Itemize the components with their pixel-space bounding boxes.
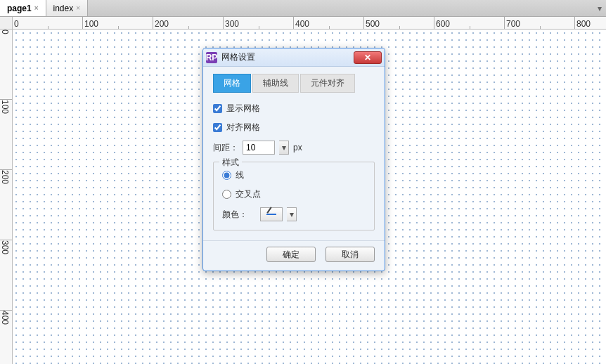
style-legend: 样式 [219, 157, 242, 169]
style-line-row: 线 [222, 169, 366, 181]
ruler-tick: 100 [83, 17, 153, 29]
close-icon[interactable]: × [76, 4, 80, 12]
dialog-body: 网格 辅助线 元件对齐 显示网格 对齐网格 间距： ▾ px 样式 线 [203, 67, 385, 240]
color-dropdown[interactable]: ▾ [287, 207, 297, 221]
dialog-titlebar[interactable]: RP 网格设置 ✕ [203, 48, 385, 67]
tabbar-dropdown[interactable]: ▾ [593, 0, 606, 16]
tab-label: index [53, 4, 74, 13]
color-row: 颜色： ▾ [222, 207, 366, 221]
spacing-unit: px [293, 143, 302, 152]
show-grid-checkbox[interactable] [213, 104, 222, 113]
close-icon: ✕ [364, 53, 371, 63]
ruler-tick: 300 [224, 17, 294, 29]
align-grid-checkbox[interactable] [213, 123, 222, 132]
dialog-footer: 确定 取消 [203, 240, 385, 271]
ruler-tick: 0 [13, 17, 83, 29]
ruler-tick: 600 [434, 17, 505, 29]
app-icon: RP [206, 52, 217, 63]
color-label: 颜色： [222, 209, 247, 221]
chevron-down-icon: ▾ [598, 4, 602, 13]
spacing-label: 间距： [213, 142, 238, 154]
document-tabbar: page1 × index × ▾ [0, 0, 606, 17]
chevron-down-icon: ▾ [282, 143, 286, 152]
spacing-dropdown[interactable]: ▾ [279, 141, 289, 155]
show-grid-row: 显示网格 [213, 103, 375, 115]
tab-grid[interactable]: 网格 [213, 74, 251, 93]
grid-settings-dialog: RP 网格设置 ✕ 网格 辅助线 元件对齐 显示网格 对齐网格 间距： ▾ px… [202, 48, 385, 271]
ruler-corner [0, 17, 13, 30]
ruler-tick: 700 [505, 17, 575, 29]
ruler-tick: 100 [0, 100, 12, 170]
close-button[interactable]: ✕ [354, 51, 382, 64]
chevron-down-icon: ▾ [290, 209, 294, 219]
dialog-tabs: 网格 辅助线 元件对齐 [213, 74, 375, 93]
tab-guides[interactable]: 辅助线 [252, 74, 299, 93]
show-grid-label: 显示网格 [226, 103, 260, 115]
ruler-tick: 500 [364, 17, 434, 29]
cancel-button[interactable]: 取消 [325, 247, 375, 262]
ruler-tick: 200 [0, 170, 12, 240]
color-picker-button[interactable] [260, 207, 283, 221]
ruler-tick: 400 [294, 17, 364, 29]
ruler-tick: 400 [0, 311, 12, 364]
style-line-label: 线 [236, 169, 244, 181]
ruler-tick: 200 [153, 17, 224, 29]
ruler-tick: 300 [0, 240, 12, 311]
spacing-row: 间距： ▾ px [213, 141, 375, 155]
ok-button[interactable]: 确定 [266, 247, 316, 262]
align-grid-label: 对齐网格 [226, 122, 260, 134]
close-icon[interactable]: × [34, 4, 39, 12]
style-cross-label: 交叉点 [236, 188, 261, 200]
tab-snap[interactable]: 元件对齐 [300, 74, 355, 93]
tab-index[interactable]: index × [46, 0, 89, 16]
style-cross-radio[interactable] [222, 190, 231, 199]
dialog-title: 网格设置 [221, 51, 354, 63]
tab-page1[interactable]: page1 × [0, 0, 46, 16]
align-grid-row: 对齐网格 [213, 122, 375, 134]
pencil-icon [266, 214, 276, 215]
ruler-vertical[interactable]: 0 100 200 300 400 [0, 30, 13, 364]
ruler-tick: 800 [575, 17, 606, 29]
ruler-tick: 0 [0, 30, 12, 100]
style-line-radio[interactable] [222, 171, 231, 180]
spacing-input[interactable] [243, 141, 275, 155]
ruler-horizontal[interactable]: 0 100 200 300 400 500 600 700 800 [13, 17, 606, 30]
style-cross-row: 交叉点 [222, 188, 366, 200]
style-fieldset: 样式 线 交叉点 颜色： ▾ [213, 162, 375, 230]
tab-label: page1 [7, 4, 32, 13]
